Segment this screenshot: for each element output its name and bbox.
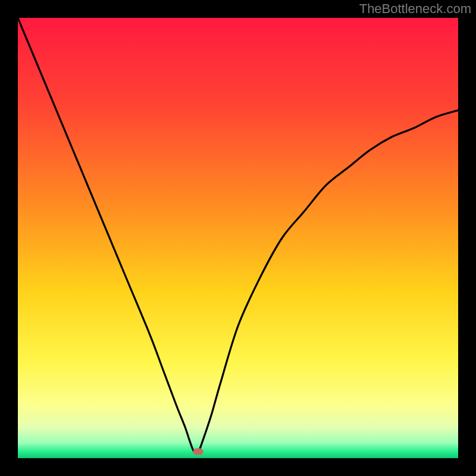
watermark-text: TheBottleneck.com	[359, 1, 471, 17]
chart-frame: TheBottleneck.com	[0, 0, 476, 476]
plot-area	[18, 18, 458, 458]
bottleneck-curve	[18, 18, 458, 458]
optimum-marker	[193, 448, 203, 455]
